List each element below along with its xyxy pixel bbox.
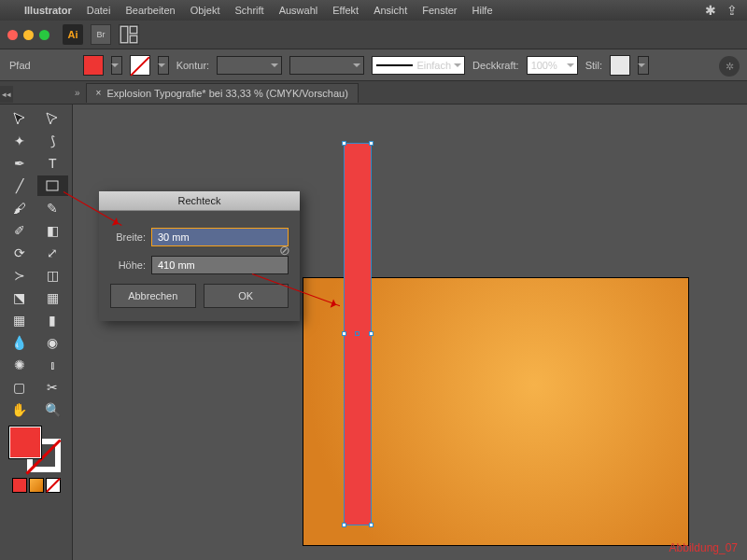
mesh-tool[interactable]: ▦ — [4, 310, 35, 330]
style-label: Stil: — [585, 60, 602, 71]
window-controls — [7, 30, 49, 40]
app-titlebar: Ai Br — [0, 21, 747, 49]
tab-chevron-icon[interactable]: » — [75, 88, 80, 98]
document-tab-title: Explosion Typografie* bei 33,33 % (CMYK/… — [106, 88, 347, 99]
fill-swatch[interactable] — [83, 55, 104, 76]
cancel-button[interactable]: Abbrechen — [110, 284, 196, 308]
svg-rect-0 — [120, 26, 128, 43]
resize-handle[interactable] — [369, 141, 374, 146]
link-dimensions-icon[interactable]: ⊘ — [279, 243, 290, 258]
fill-color-swatch[interactable] — [8, 426, 42, 459]
resize-handle[interactable] — [342, 331, 346, 336]
zoom-window-button[interactable] — [39, 30, 49, 40]
color-mode-row — [4, 478, 68, 493]
stroke-weight-select[interactable] — [217, 56, 282, 75]
fill-dropdown[interactable] — [111, 56, 122, 75]
opacity-select[interactable]: 100% — [527, 56, 578, 75]
eyedropper-tool[interactable]: 💧 — [4, 332, 35, 353]
dialog-title: Rechteck — [99, 191, 300, 211]
system-menubar: Illustrator Datei Bearbeiten Objekt Schr… — [0, 0, 747, 21]
slice-tool[interactable]: ✂ — [37, 377, 69, 398]
width-tool[interactable]: ≻ — [4, 265, 35, 286]
graph-tool[interactable]: ⫾ — [37, 355, 69, 375]
graphic-style-swatch[interactable] — [610, 55, 630, 76]
selection-type-label: Pfad — [9, 60, 31, 71]
app-name[interactable]: Illustrator — [24, 5, 72, 16]
document-tab[interactable]: × Explosion Typografie* bei 33,33 % (CMY… — [86, 83, 359, 103]
selected-rectangle[interactable] — [344, 143, 372, 525]
lasso-tool[interactable]: ⟆ — [37, 131, 69, 151]
control-bar: Pfad Kontur: Einfach Deckkraft: 100% Sti… — [0, 49, 747, 81]
menu-ansicht[interactable]: Ansicht — [374, 5, 407, 16]
resize-handle[interactable] — [369, 331, 374, 336]
none-mode[interactable] — [46, 478, 61, 493]
resize-handle[interactable] — [342, 523, 346, 527]
svg-rect-1 — [130, 26, 137, 34]
zoom-tool[interactable]: 🔍 — [37, 399, 69, 420]
minimize-window-button[interactable] — [23, 30, 34, 40]
type-tool[interactable]: T — [37, 153, 69, 174]
free-transform-tool[interactable]: ◫ — [37, 265, 69, 286]
artboard-tool[interactable]: ▢ — [4, 377, 35, 398]
menu-datei[interactable]: Datei — [87, 5, 111, 16]
pen-tool[interactable]: ✒ — [4, 153, 35, 174]
bridge-button[interactable]: Br — [91, 24, 111, 45]
brush-select[interactable]: Einfach — [372, 56, 465, 75]
height-input[interactable] — [151, 256, 289, 274]
resize-handle[interactable] — [369, 523, 374, 527]
perspective-tool[interactable]: ▦ — [37, 287, 69, 308]
tool-panel: ✦⟆ ✒T ╱ 🖌✎ ✐◧ ⟳⤢ ≻◫ ⬔▦ ▦▮ 💧◉ ✺⫾ ▢✂ ✋🔍 — [0, 105, 73, 560]
menu-fenster[interactable]: Fenster — [422, 5, 457, 16]
eraser-tool[interactable]: ◧ — [37, 220, 69, 241]
style-dropdown[interactable] — [638, 56, 649, 75]
symbol-sprayer-tool[interactable]: ✺ — [4, 355, 35, 375]
pencil-tool[interactable]: ✎ — [37, 198, 69, 218]
width-label: Breite: — [110, 231, 146, 243]
shape-builder-tool[interactable]: ⬔ — [4, 287, 35, 308]
selection-tool[interactable] — [4, 108, 35, 129]
stroke-dropdown[interactable] — [158, 56, 169, 75]
direct-selection-tool[interactable] — [37, 108, 69, 129]
system-tray: ✱ ⇪ — [698, 3, 738, 18]
close-tab-icon[interactable]: × — [96, 88, 102, 98]
hand-tool[interactable]: ✋ — [4, 399, 35, 420]
height-label: Höhe: — [110, 259, 146, 271]
fill-stroke-control[interactable] — [8, 426, 64, 472]
opacity-label: Deckkraft: — [472, 60, 519, 71]
menu-auswahl[interactable]: Auswahl — [279, 5, 318, 16]
gradient-tool[interactable]: ▮ — [37, 310, 69, 330]
menu-objekt[interactable]: Objekt — [190, 5, 220, 16]
gradient-mode[interactable] — [29, 478, 44, 493]
illustrator-logo-icon: Ai — [63, 24, 83, 45]
scale-tool[interactable]: ⤢ — [37, 243, 69, 263]
menu-bearbeiten[interactable]: Bearbeiten — [125, 5, 175, 16]
line-tool[interactable]: ╱ — [4, 175, 35, 196]
magic-wand-tool[interactable]: ✦ — [4, 131, 35, 151]
stroke-swatch[interactable] — [130, 55, 150, 76]
paintbrush-tool[interactable]: 🖌 — [4, 198, 35, 218]
collapse-panel-button[interactable]: ◂◂ — [0, 86, 13, 103]
close-window-button[interactable] — [7, 30, 18, 40]
menu-hilfe[interactable]: Hilfe — [472, 5, 493, 16]
menu-effekt[interactable]: Effekt — [332, 5, 359, 16]
rectangle-tool[interactable] — [37, 175, 69, 196]
figure-caption: Abbildung_07 — [669, 541, 738, 554]
blob-brush-tool[interactable]: ✐ — [4, 220, 35, 241]
blend-tool[interactable]: ◉ — [37, 332, 69, 353]
stroke-label: Kontur: — [176, 60, 209, 71]
svg-rect-3 — [47, 181, 58, 190]
arrange-documents-button[interactable] — [119, 24, 139, 45]
solid-color-mode[interactable] — [12, 478, 27, 493]
resize-handle[interactable] — [342, 141, 346, 146]
svg-rect-2 — [130, 35, 137, 43]
dropbox-icon[interactable]: ⇪ — [726, 3, 738, 18]
ok-button[interactable]: OK — [204, 284, 289, 308]
panel-menu-icon[interactable]: ✲ — [719, 56, 740, 77]
document-tab-bar: » × Explosion Typografie* bei 33,33 % (C… — [0, 81, 747, 105]
menu-schrift[interactable]: Schrift — [234, 5, 263, 16]
stroke-style-select[interactable] — [289, 56, 364, 75]
width-input[interactable] — [151, 228, 289, 246]
rotate-tool[interactable]: ⟳ — [4, 243, 35, 263]
center-point-icon — [355, 331, 359, 336]
evernote-icon[interactable]: ✱ — [705, 3, 716, 18]
